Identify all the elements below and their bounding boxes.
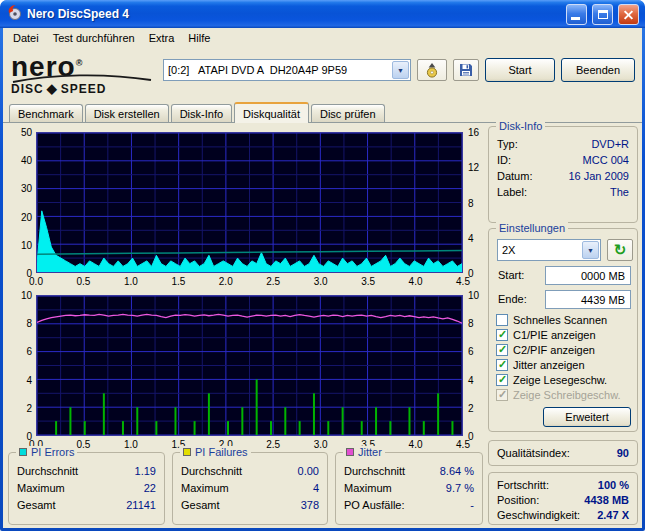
menu-item-hilfe[interactable]: Hilfe (181, 30, 217, 46)
axis-tick-label: 4.5 (456, 276, 470, 287)
beenden-button[interactable]: Beenden (561, 58, 635, 82)
erweitert-button[interactable]: Erweitert (543, 407, 631, 427)
progress-row-fortschritt: Fortschritt:100 % (497, 479, 629, 491)
progress-row-position: Position:4438 MB (497, 494, 629, 506)
settings-group-title: Einstellungen (496, 222, 568, 234)
chevron-down-icon[interactable]: ▼ (392, 61, 409, 79)
stat-row: Gesamt378 (181, 499, 319, 511)
disk-info-row-typ: Typ:DVD+R (497, 138, 629, 150)
jitter-chart (36, 295, 463, 436)
jitter-chart-y-axis-right: 1086420 (465, 295, 487, 436)
quality-index-value: 90 (617, 447, 629, 459)
jitter-legend-icon (346, 448, 354, 456)
eject-icon (424, 63, 440, 78)
checkbox-zeige-schreibgeschw: Zeige Schreibgeschw. (496, 388, 635, 401)
axis-tick-label: 1.0 (124, 439, 138, 450)
menu-item-extra[interactable]: Extra (142, 30, 182, 46)
tab-benchmark[interactable]: Benchmark (9, 104, 83, 122)
axis-tick-label: 2 (468, 402, 474, 413)
axis-tick-label: 4 (468, 232, 474, 243)
checkbox-icon (496, 329, 508, 341)
pi-errors-chart-x-axis: 0.00.51.01.52.02.53.03.54.04.5 (36, 276, 463, 288)
speed-select-value: 2X (498, 244, 581, 256)
maximize-icon (598, 10, 608, 19)
axis-tick-label: 50 (21, 127, 32, 138)
axis-tick-label: 8 (468, 318, 474, 329)
progress-group: Fortschritt:100 % Position:4438 MB Gesch… (488, 472, 638, 525)
checkbox-icon (496, 314, 508, 326)
stat-row: Durchschnitt8.64 % (344, 465, 474, 477)
quality-index-group: Qualitätsindex: 90 (488, 440, 638, 466)
jitter-stats-title: Jitter (358, 446, 382, 458)
drive-select[interactable]: [0:2] ATAPI DVD A DH20A4P 9P59 ▼ (163, 59, 411, 81)
axis-tick-label: 4.5 (456, 439, 470, 450)
checkbox-zeige-lesegeschw[interactable]: Zeige Lesegeschw. (496, 373, 635, 386)
axis-tick-label: 8 (26, 318, 32, 329)
pi-errors-stats-group: PI Errors Durchschnitt1.19 Maximum22 Ges… (8, 452, 165, 525)
axis-tick-label: 4 (26, 374, 32, 385)
close-button[interactable] (618, 4, 639, 25)
chevron-down-icon[interactable]: ▼ (582, 241, 599, 259)
axis-tick-label: 4 (468, 374, 474, 385)
eject-button[interactable] (417, 59, 447, 81)
menu-bar: Datei Test durchführen Extra Hilfe (3, 28, 642, 48)
pi-errors-chart-y-axis-left: 50403020100 (5, 132, 34, 273)
checkbox-c1-pie-anzeigen[interactable]: C1/PIE anzeigen (496, 328, 635, 341)
axis-tick-label: 2.0 (219, 276, 233, 287)
ende-field[interactable]: 4439 MB (545, 290, 631, 309)
axis-tick-label: 2 (26, 402, 32, 413)
menu-item-test-durchfuehren[interactable]: Test durchführen (46, 30, 142, 46)
checkbox-icon (496, 359, 508, 371)
stat-row: Durchschnitt1.19 (17, 465, 156, 477)
checkbox-jitter-anzeigen[interactable]: Jitter anzeigen (496, 358, 635, 371)
disk-info-row-datum: Datum:16 Jan 2009 (497, 170, 629, 182)
axis-tick-label: 2.5 (266, 439, 280, 450)
axis-tick-label: 16 (468, 127, 479, 138)
axis-tick-label: 30 (21, 183, 32, 194)
checkbox-schnelles-scannen[interactable]: Schnelles Scannen (496, 313, 635, 326)
axis-tick-label: 20 (21, 211, 32, 222)
minimize-button[interactable] (566, 4, 587, 25)
checkbox-icon (496, 344, 508, 356)
stat-row: Maximum22 (17, 482, 156, 494)
checkbox-icon (496, 374, 508, 386)
nero-discspeed-logo: nero® DISC◆SPEED (11, 51, 161, 97)
minimize-icon (571, 17, 580, 20)
tab-diskqualitaet[interactable]: Diskqualität (234, 102, 309, 123)
start-field[interactable]: 0000 MB (545, 266, 631, 285)
disc-diamond-icon: ◆ (47, 84, 58, 94)
title-bar[interactable]: Nero DiscSpeed 4 (0, 0, 645, 28)
window-body: Datei Test durchführen Extra Hilfe nero®… (3, 28, 642, 528)
pi-failures-legend-icon (183, 448, 191, 456)
tab-disk-erstellen[interactable]: Disk erstellen (85, 104, 169, 122)
axis-tick-label: 0.0 (29, 276, 43, 287)
stat-row: Maximum4 (181, 482, 319, 494)
axis-tick-label: 8 (468, 197, 474, 208)
jitter-stats-group: Jitter Durchschnitt8.64 % Maximum9.7 % P… (335, 452, 483, 525)
logo-swoosh (11, 71, 156, 85)
axis-tick-label: 6 (26, 346, 32, 357)
tab-strip: Benchmark Disk erstellen Disk-Info Diskq… (3, 102, 642, 123)
app-window: Nero DiscSpeed 4 Datei Test durchführen … (0, 0, 645, 531)
save-button[interactable] (453, 59, 479, 81)
refresh-speed-button[interactable]: ↻ (607, 239, 633, 261)
axis-tick-label: 4.0 (409, 439, 423, 450)
axis-tick-label: 1.5 (171, 276, 185, 287)
app-icon (6, 4, 22, 24)
axis-tick-label: 12 (468, 162, 479, 173)
speed-select[interactable]: 2X ▼ (497, 239, 601, 261)
tab-disk-info[interactable]: Disk-Info (171, 104, 232, 122)
checkbox-icon (496, 389, 508, 401)
tab-disc-pruefen[interactable]: Disc prüfen (311, 104, 385, 122)
quality-index-row: Qualitätsindex: 90 (497, 447, 629, 459)
start-button[interactable]: Start (485, 58, 555, 82)
ende-field-label: Ende: (498, 293, 527, 305)
disk-info-row-label: Label:The (497, 186, 629, 198)
checkbox-c2-pif-anzeigen[interactable]: C2/PIF anzeigen (496, 343, 635, 356)
menu-item-datei[interactable]: Datei (6, 30, 46, 46)
axis-tick-label: 3.0 (314, 439, 328, 450)
settings-group: Einstellungen 2X ▼ ↻ Start: 0000 MB Ende… (488, 228, 638, 432)
axis-tick-label: 3.0 (314, 276, 328, 287)
axis-tick-label: 0.5 (76, 439, 90, 450)
maximize-button[interactable] (592, 4, 613, 25)
